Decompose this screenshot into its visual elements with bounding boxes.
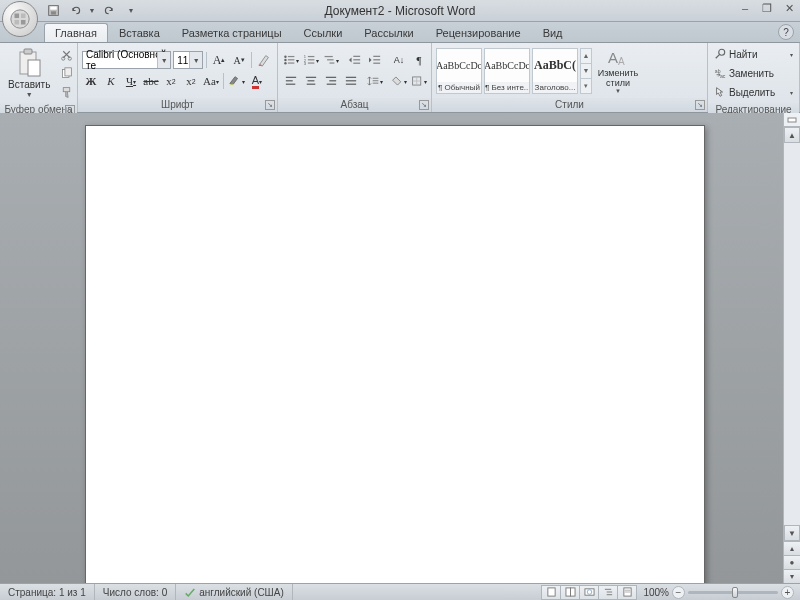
qat-dropdown-icon[interactable]: ▼ (88, 2, 96, 20)
qat-customize-icon[interactable]: ▾ (122, 2, 140, 20)
style-normal[interactable]: AaBbCcDc¶ Обычный (436, 48, 482, 94)
view-print-layout[interactable] (541, 585, 561, 600)
font-launcher[interactable]: ↘ (265, 100, 275, 110)
multilevel-list-button[interactable]: ▾ (322, 51, 340, 69)
zoom-in-button[interactable]: + (781, 586, 794, 599)
view-web-layout[interactable] (579, 585, 599, 600)
subscript-button[interactable]: x2 (162, 72, 180, 90)
style-gallery-scroll[interactable]: ▲▼▾ (580, 48, 592, 94)
zoom-out-button[interactable]: − (672, 586, 685, 599)
zoom-slider[interactable] (688, 591, 778, 594)
chevron-down-icon: ▼ (26, 91, 33, 98)
svg-point-19 (284, 59, 286, 61)
svg-rect-34 (353, 63, 360, 64)
office-button[interactable] (2, 1, 38, 37)
styles-launcher[interactable]: ↘ (695, 100, 705, 110)
shrink-font-button[interactable]: A▾ (230, 51, 248, 69)
italic-button[interactable]: К (102, 72, 120, 90)
bullets-button[interactable]: ▾ (282, 51, 300, 69)
increase-indent-button[interactable] (366, 51, 384, 69)
align-center-button[interactable] (302, 72, 320, 90)
change-case-button[interactable]: Aa▾ (202, 72, 220, 90)
zoom-thumb[interactable] (732, 587, 738, 598)
scroll-up-button[interactable]: ▲ (784, 127, 800, 143)
svg-rect-49 (346, 84, 356, 85)
bold-button[interactable]: Ж (82, 72, 100, 90)
paragraph-launcher[interactable]: ↘ (419, 100, 429, 110)
scroll-down-button[interactable]: ▼ (784, 525, 800, 541)
line-spacing-button[interactable]: ▾ (366, 72, 384, 90)
copy-button[interactable] (56, 64, 76, 82)
select-button[interactable]: Выделить▾ (712, 83, 795, 101)
svg-rect-68 (605, 589, 611, 590)
document-page[interactable] (85, 125, 705, 583)
svg-rect-73 (625, 592, 630, 593)
align-left-button[interactable] (282, 72, 300, 90)
underline-button[interactable]: Ч▾ (122, 72, 140, 90)
font-color-button[interactable]: A▾ (248, 72, 266, 90)
style-heading1[interactable]: AaBbC(Заголово... (532, 48, 578, 94)
sort-button[interactable]: A↓ (390, 51, 408, 69)
restore-button[interactable]: ❐ (760, 2, 774, 15)
paste-button[interactable]: Вставить ▼ (4, 46, 54, 100)
status-words[interactable]: Число слов: 0 (95, 584, 176, 600)
chevron-down-icon[interactable]: ▼ (189, 52, 202, 68)
prev-page-button[interactable]: ▴ (784, 541, 800, 555)
align-right-button[interactable] (322, 72, 340, 90)
tab-mailings[interactable]: Рассылки (353, 23, 424, 42)
highlight-button[interactable]: ▾ (227, 72, 246, 90)
scroll-down-icon[interactable]: ▼ (581, 64, 591, 79)
scroll-up-icon[interactable]: ▲ (581, 49, 591, 64)
clear-formatting-button[interactable] (255, 51, 273, 69)
status-page[interactable]: Страница: 1 из 1 (0, 584, 95, 600)
font-size-combo[interactable]: 11▼ (173, 51, 203, 69)
group-styles: AaBbCcDc¶ Обычный AaBbCcDc¶ Без инте... … (432, 43, 708, 112)
gallery-expand-icon[interactable]: ▾ (581, 79, 591, 93)
scroll-track[interactable] (784, 143, 800, 525)
find-button[interactable]: Найти▾ (712, 45, 795, 63)
browse-object-button[interactable]: ● (784, 555, 800, 569)
tab-insert[interactable]: Вставка (108, 23, 171, 42)
title-bar: ▼ ▾ Документ2 - Microsoft Word – ❐ ✕ (0, 0, 800, 22)
tab-review[interactable]: Рецензирование (425, 23, 532, 42)
tab-view[interactable]: Вид (532, 23, 574, 42)
chevron-down-icon[interactable]: ▼ (157, 52, 170, 68)
document-viewport[interactable] (0, 113, 783, 583)
change-styles-button[interactable]: AA Изменить стили ▼ (596, 47, 640, 95)
cut-button[interactable] (56, 45, 76, 63)
format-painter-button[interactable] (56, 83, 76, 101)
view-outline[interactable] (598, 585, 618, 600)
svg-rect-29 (325, 56, 333, 57)
vertical-scrollbar[interactable]: ▲ ▼ ▴ ● ▾ (783, 113, 800, 583)
minimize-button[interactable]: – (738, 2, 752, 15)
ruler-toggle-button[interactable] (784, 113, 800, 127)
shading-button[interactable]: ▾ (390, 72, 408, 90)
status-language[interactable]: английский (США) (176, 584, 293, 600)
view-draft[interactable] (617, 585, 637, 600)
style-no-spacing[interactable]: AaBbCcDc¶ Без инте... (484, 48, 530, 94)
superscript-button[interactable]: x2 (182, 72, 200, 90)
save-icon[interactable] (44, 2, 62, 20)
borders-button[interactable]: ▾ (410, 72, 428, 90)
decrease-indent-button[interactable] (346, 51, 364, 69)
tab-home[interactable]: Главная (44, 23, 108, 42)
tab-page-layout[interactable]: Разметка страницы (171, 23, 293, 42)
strikethrough-button[interactable]: abc (142, 72, 160, 90)
zoom-value[interactable]: 100% (643, 587, 669, 598)
tab-references[interactable]: Ссылки (293, 23, 354, 42)
svg-rect-14 (65, 67, 72, 75)
redo-icon[interactable] (100, 2, 118, 20)
help-icon[interactable]: ? (778, 24, 794, 40)
next-page-button[interactable]: ▾ (784, 569, 800, 583)
font-name-combo[interactable]: Calibri (Основной те▼ (82, 51, 171, 69)
undo-icon[interactable] (66, 2, 84, 20)
close-button[interactable]: ✕ (782, 2, 796, 15)
grow-font-button[interactable]: A▴ (210, 51, 228, 69)
justify-button[interactable] (342, 72, 360, 90)
view-full-screen[interactable] (560, 585, 580, 600)
numbering-button[interactable]: 123▾ (302, 51, 320, 69)
ribbon: Вставить ▼ Буфер обмена↘ Calibri (Основн… (0, 43, 800, 113)
replace-button[interactable]: abacЗаменить (712, 64, 795, 82)
svg-text:A: A (618, 56, 625, 67)
show-marks-button[interactable]: ¶ (410, 51, 428, 69)
